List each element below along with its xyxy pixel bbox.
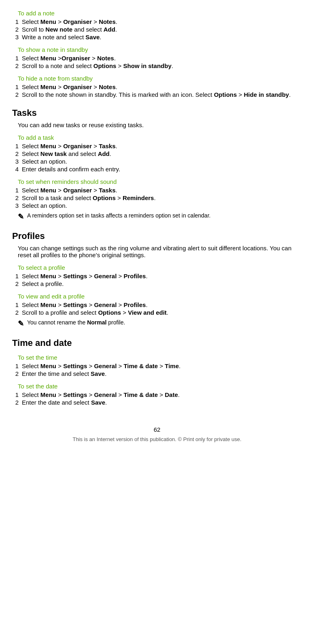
- tasks-heading: Tasks: [12, 108, 302, 118]
- page-footer: 62 This is an Internet version of this p…: [12, 426, 302, 442]
- note-text: A reminders option set in tasks affects …: [27, 212, 210, 219]
- notes-top-section: To add a note 1Select Menu > Organiser >…: [12, 10, 302, 98]
- hide-standby-list: 1Select Menu > Organiser > Notes. 2Scrol…: [12, 83, 302, 98]
- list-item: 2Scroll to the note shown in standby. Th…: [12, 91, 302, 98]
- set-time-list: 1Select Menu > Settings > General > Time…: [12, 363, 302, 377]
- green-title-show-standby: To show a note in standby: [18, 46, 302, 53]
- reminders-list: 1Select Menu > Organiser > Tasks. 2Scrol…: [12, 187, 302, 209]
- list-item: 2Scroll to a task and select Options > R…: [12, 194, 302, 201]
- list-item: 2Select a profile.: [12, 280, 302, 287]
- tasks-intro: You can add new tasks or reuse existing …: [18, 122, 302, 128]
- select-profile-list: 1Select Menu > Settings > General > Prof…: [12, 273, 302, 287]
- green-title-select-profile: To select a profile: [18, 264, 302, 271]
- list-item: 1Select Menu > Organiser > Notes.: [12, 83, 302, 90]
- list-item: 2Scroll to a note and select Options > S…: [12, 62, 302, 69]
- list-item: 2Select New task and select Add.: [12, 150, 302, 157]
- profiles-heading: Profiles: [12, 231, 302, 241]
- list-item: 3Select an option.: [12, 158, 302, 165]
- timedate-section: Time and date To set the time 1Select Me…: [12, 338, 302, 406]
- add-task-list: 1Select Menu > Organiser > Tasks. 2Selec…: [12, 143, 302, 173]
- list-item: 3Select an option.: [12, 202, 302, 209]
- profiles-intro: You can change settings such as the ring…: [18, 245, 302, 258]
- green-title-set-time: To set the time: [18, 354, 302, 361]
- add-note-list: 1Select Menu > Organiser > Notes. 2Scrol…: [12, 18, 302, 41]
- page-number: 62: [12, 426, 302, 433]
- view-edit-profile-list: 1Select Menu > Settings > General > Prof…: [12, 301, 302, 316]
- list-item: 1Select Menu > Settings > General > Time…: [12, 363, 302, 369]
- list-item: 1Select Menu > Settings > General > Prof…: [12, 301, 302, 308]
- list-item: 2Enter the time and select Save.: [12, 370, 302, 377]
- timedate-heading: Time and date: [12, 338, 302, 348]
- list-item: 2Scroll to New note and select Add.: [12, 26, 302, 33]
- green-title-view-edit-profile: To view and edit a profile: [18, 293, 302, 300]
- list-item: 1Select Menu >Organiser > Notes.: [12, 55, 302, 62]
- note-text: You cannot rename the Normal profile.: [27, 319, 125, 326]
- list-item: 4Enter details and confirm each entry.: [12, 166, 302, 173]
- green-title-add-task: To add a task: [18, 134, 302, 141]
- note-icon: ✎: [18, 212, 24, 221]
- footer-legal: This is an Internet version of this publ…: [12, 436, 302, 442]
- list-item: 1Select Menu > Organiser > Tasks.: [12, 187, 302, 194]
- list-item: 1Select Menu > Settings > General > Prof…: [12, 273, 302, 279]
- reminders-note: ✎ A reminders option set in tasks affect…: [18, 212, 296, 221]
- green-title-hide-standby: To hide a note from standby: [18, 75, 302, 82]
- note-icon: ✎: [18, 319, 24, 328]
- tasks-section: Tasks You can add new tasks or reuse exi…: [12, 108, 302, 221]
- show-standby-list: 1Select Menu >Organiser > Notes. 2Scroll…: [12, 55, 302, 69]
- green-title-reminders: To set when reminders should sound: [18, 178, 302, 185]
- set-date-list: 1Select Menu > Settings > General > Time…: [12, 391, 302, 406]
- list-item: 1Select Menu > Settings > General > Time…: [12, 391, 302, 398]
- list-item: 2Enter the date and select Save.: [12, 399, 302, 406]
- list-item: 2Scroll to a profile and select Options …: [12, 309, 302, 316]
- profiles-section: Profiles You can change settings such as…: [12, 231, 302, 328]
- green-title-set-date: To set the date: [18, 383, 302, 390]
- green-title-add-note: To add a note: [18, 10, 302, 17]
- profiles-note: ✎ You cannot rename the Normal profile.: [18, 319, 296, 328]
- list-item: 1Select Menu > Organiser > Notes.: [12, 18, 302, 25]
- list-item: 1Select Menu > Organiser > Tasks.: [12, 143, 302, 149]
- list-item: 3Write a note and select Save.: [12, 34, 302, 41]
